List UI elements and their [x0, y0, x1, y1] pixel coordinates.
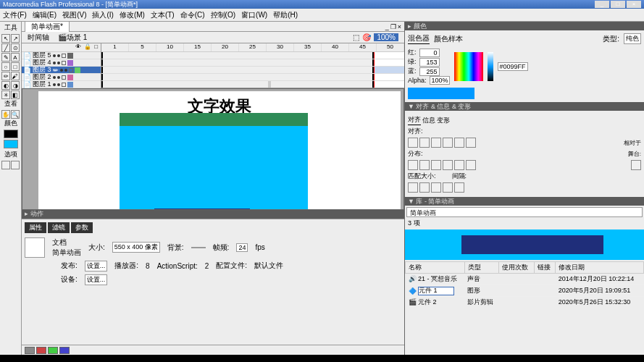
- eraser-tool[interactable]: ◧: [11, 90, 20, 99]
- col-type[interactable]: 类型: [464, 262, 499, 274]
- align-bottom[interactable]: [466, 138, 476, 148]
- align-vcenter[interactable]: [454, 138, 464, 148]
- brush-tool[interactable]: 🖌: [11, 72, 20, 80]
- menu-text[interactable]: 文本(T): [151, 10, 175, 20]
- space-h[interactable]: [443, 182, 453, 193]
- lib-item-sound[interactable]: 🔊 21 - 冥想音乐 声音 2014年12月20日 10:22:14: [406, 274, 644, 285]
- device-settings[interactable]: 设置...: [85, 274, 108, 285]
- dist-1[interactable]: [408, 160, 418, 170]
- subselect-tool[interactable]: ↗: [11, 34, 20, 43]
- align-right[interactable]: [431, 138, 441, 148]
- bucket-tool[interactable]: ◑: [11, 81, 20, 90]
- dropper-tool[interactable]: ✳: [1, 90, 10, 99]
- option-2[interactable]: [11, 161, 20, 169]
- dist-4[interactable]: [443, 160, 453, 170]
- menu-file[interactable]: 文件(F): [3, 10, 27, 20]
- menu-window[interactable]: 窗口(W): [241, 10, 267, 20]
- selection-tool[interactable]: ↖: [1, 34, 10, 43]
- dist-6[interactable]: [466, 160, 476, 170]
- col-link[interactable]: 链接: [534, 262, 555, 274]
- line-tool[interactable]: ╱: [1, 43, 10, 52]
- lasso-tool[interactable]: ⊙: [11, 43, 20, 52]
- red-input[interactable]: 0: [419, 49, 440, 57]
- menu-help[interactable]: 帮助(H): [273, 10, 298, 20]
- doc-tab-active[interactable]: 简单动画*: [25, 21, 70, 32]
- align-tab[interactable]: 对齐: [408, 115, 421, 125]
- dist-2[interactable]: [419, 160, 430, 170]
- track-3[interactable]: [101, 67, 404, 74]
- oval-tool[interactable]: ○: [1, 62, 10, 71]
- edit-symbol-icon[interactable]: 🎯: [362, 33, 371, 41]
- col-name[interactable]: 名称: [406, 262, 465, 274]
- menu-control[interactable]: 控制(O): [211, 10, 235, 20]
- tab-filters[interactable]: 滤镜: [48, 222, 70, 233]
- col-date[interactable]: 修改日期: [556, 262, 644, 274]
- type-select[interactable]: 纯色: [624, 33, 641, 44]
- fps-value[interactable]: 24: [236, 243, 248, 252]
- lock-icon[interactable]: 🔒: [84, 43, 91, 51]
- stroke-swatch[interactable]: [4, 130, 18, 138]
- track-1[interactable]: [101, 81, 404, 88]
- maximize-button[interactable]: □: [611, 1, 625, 8]
- mixer-tab[interactable]: 混色器: [408, 33, 430, 44]
- layer-1[interactable]: 📄图层 1: [22, 81, 101, 88]
- bg-swatch[interactable]: [191, 247, 206, 248]
- canvas[interactable]: 文字效果: [38, 91, 401, 210]
- stage-area[interactable]: 文字效果: [22, 88, 404, 210]
- doc-close-icon[interactable]: ×: [398, 23, 401, 30]
- close-button[interactable]: ×: [627, 1, 641, 8]
- actions-header[interactable]: ▸ 动作: [22, 210, 404, 219]
- scene-name[interactable]: 场景 1: [67, 33, 87, 43]
- col-use[interactable]: 使用次数: [499, 262, 535, 274]
- match-h[interactable]: [419, 182, 430, 193]
- edit-scene-icon[interactable]: ⬚: [353, 33, 359, 41]
- green-input[interactable]: 153: [419, 58, 440, 67]
- swatches-tab[interactable]: 颜色样本: [434, 34, 463, 44]
- align-left[interactable]: [408, 138, 418, 148]
- pub-settings[interactable]: 设置...: [85, 261, 108, 272]
- menu-modify[interactable]: 修改(M): [120, 10, 145, 20]
- menu-command[interactable]: 命令(C): [180, 10, 205, 20]
- dist-5[interactable]: [454, 160, 464, 170]
- color-panel-header[interactable]: ▸ 颜色: [405, 22, 644, 30]
- swatch-1[interactable]: [25, 347, 35, 354]
- size-value[interactable]: 550 x 400 像素: [112, 242, 160, 253]
- frame-ruler[interactable]: 15101520253035404550: [101, 43, 404, 52]
- track-5[interactable]: [101, 52, 404, 59]
- color-picker[interactable]: [454, 52, 483, 81]
- menu-insert[interactable]: 插入(I): [92, 10, 113, 20]
- stage-cyan-rect[interactable]: [120, 113, 308, 210]
- library-selector[interactable]: 简单动画: [406, 207, 643, 217]
- info-tab[interactable]: 信息: [422, 116, 435, 125]
- tab-params[interactable]: 参数: [71, 222, 93, 233]
- track-2[interactable]: [101, 74, 404, 81]
- swatch-3[interactable]: [48, 347, 58, 354]
- outline-icon[interactable]: □: [94, 43, 98, 51]
- lib-item-symbol2[interactable]: 🎬 元件 2 影片剪辑 2020年5月26日 15:32:30: [406, 297, 644, 308]
- transform-tab[interactable]: 变形: [437, 116, 450, 125]
- alpha-input[interactable]: 100%: [430, 76, 450, 85]
- align-panel-header[interactable]: ▼ 对齐 & 信息 & 变形: [405, 102, 644, 111]
- pen-tool[interactable]: ✎: [1, 53, 10, 62]
- swatch-2[interactable]: [36, 347, 46, 354]
- menu-edit[interactable]: 编辑(E): [33, 10, 57, 20]
- minimize-button[interactable]: _: [595, 1, 609, 8]
- menu-view[interactable]: 视图(V): [62, 10, 86, 20]
- timeline-tab[interactable]: 时间轴: [28, 33, 49, 43]
- blue-input[interactable]: 255: [419, 67, 440, 76]
- library-panel-header[interactable]: ▼ 库 - 简单动画: [405, 197, 644, 206]
- dist-3[interactable]: [431, 160, 441, 170]
- track-4[interactable]: [101, 59, 404, 67]
- doc-restore-icon[interactable]: ❐: [390, 23, 396, 30]
- space-v[interactable]: [454, 182, 464, 193]
- option-1[interactable]: [1, 161, 10, 169]
- pencil-tool[interactable]: ✏: [1, 72, 10, 80]
- ink-tool[interactable]: ◐: [1, 81, 10, 90]
- align-hcenter[interactable]: [419, 138, 430, 148]
- hex-input[interactable]: #0099FF: [498, 62, 528, 71]
- stage-navy-box[interactable]: [154, 209, 250, 210]
- rect-tool[interactable]: □: [11, 62, 20, 71]
- vis-icon[interactable]: 👁: [75, 43, 81, 51]
- text-tool[interactable]: A: [11, 53, 20, 62]
- match-wh[interactable]: [431, 182, 441, 193]
